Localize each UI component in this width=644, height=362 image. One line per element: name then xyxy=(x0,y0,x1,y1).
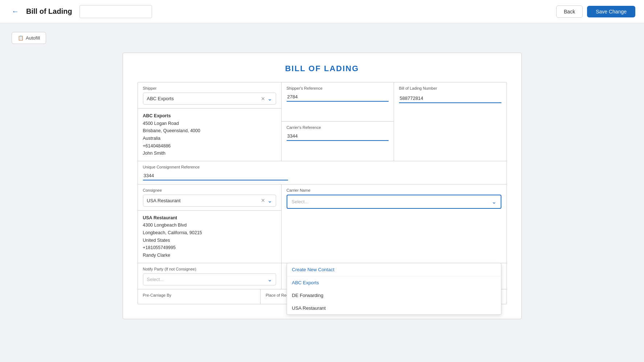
autofill-button[interactable]: 📋 Autofill xyxy=(12,32,46,44)
doc-title: BILL OF LADING xyxy=(138,64,507,73)
shipper-select[interactable]: ABC Exports ✕ ⌄ xyxy=(143,93,276,105)
consignee-select-text: USA Restaurant xyxy=(147,198,261,203)
shippers-ref-col: Shipper's Reference Carrier's Reference xyxy=(282,82,394,161)
consignee-addr-country: United States xyxy=(143,237,276,244)
pre-carriage-cell: Pre-Carriage By xyxy=(138,289,261,304)
save-button[interactable]: Save Change xyxy=(587,6,635,17)
carrier-name-column: Carrier Name Select... ⌄ Create New Cont… xyxy=(282,184,506,263)
notify-placeholder: Select... xyxy=(147,277,267,282)
dropdown-item-2[interactable]: USA Restaurant xyxy=(287,302,501,314)
dropdown-create-new[interactable]: Create New Contact xyxy=(287,263,501,276)
shipper-addr-name: ABC Exports xyxy=(143,113,171,118)
shippers-ref-label: Shipper's Reference xyxy=(287,86,389,90)
consignee-select[interactable]: USA Restaurant ✕ ⌄ xyxy=(143,195,276,207)
shipper-top: Shipper ABC Exports ✕ ⌄ xyxy=(138,82,281,109)
carriers-ref-label: Carrier's Reference xyxy=(287,125,389,130)
consignee-address: USA Restaurant 4300 Longbeach Blvd Longb… xyxy=(138,211,281,263)
notify-dropdown-icon[interactable]: ⌄ xyxy=(267,276,272,283)
consignee-dropdown-icon[interactable]: ⌄ xyxy=(267,197,272,204)
consignee-label: Consignee xyxy=(143,188,276,192)
consignee-addr-city: Longbeach, California, 90215 xyxy=(143,229,276,237)
ucr-input[interactable] xyxy=(143,171,288,180)
carriers-ref-cell: Carrier's Reference xyxy=(282,122,394,161)
shipper-dropdown-icon[interactable]: ⌄ xyxy=(267,95,272,102)
shipper-addr-city: Brisbane, Queensland, 4000 xyxy=(143,127,276,135)
consignee-top: Consignee USA Restaurant ✕ ⌄ xyxy=(138,184,281,211)
consignee-addr-contact: Randy Clarke xyxy=(143,252,276,259)
shipper-column: Shipper ABC Exports ✕ ⌄ ABC Exports 4500… xyxy=(138,82,282,161)
consignee-addr-phone: +181055749995 xyxy=(143,244,276,252)
bol-label: Bill of Lading Number xyxy=(399,86,501,90)
main-content: 📋 Autofill BILL OF LADING Shipper ABC Ex… xyxy=(0,23,644,328)
shipper-addr-country: Australia xyxy=(143,135,276,142)
back-arrow-icon[interactable]: ← xyxy=(9,5,22,18)
back-button[interactable]: Back xyxy=(556,5,583,18)
shipper-select-text: ABC Exports xyxy=(147,96,261,101)
header: ← Bill of Lading Back Save Change xyxy=(0,0,644,23)
autofill-label: Autofill xyxy=(26,35,40,41)
consignee-addr-name: USA Restaurant xyxy=(143,215,177,220)
header-search-input[interactable] xyxy=(79,5,152,18)
dropdown-item-1[interactable]: DE Forwarding xyxy=(287,289,501,302)
autofill-icon: 📋 xyxy=(18,35,24,41)
shipper-addr-phone: +6140484886 xyxy=(143,142,276,150)
form-grid: Shipper ABC Exports ✕ ⌄ ABC Exports 4500… xyxy=(138,82,507,304)
carriers-ref-input[interactable] xyxy=(287,132,389,141)
document-container: BILL OF LADING Shipper ABC Exports ✕ ⌄ xyxy=(123,53,522,319)
carrier-name-select[interactable]: Select... ⌄ xyxy=(287,195,501,209)
shippers-ref-cell: Shipper's Reference xyxy=(282,82,394,122)
shipper-label: Shipper xyxy=(143,86,276,90)
header-actions: Back Save Change xyxy=(556,5,635,18)
shipper-addr-contact: John Smith xyxy=(143,150,276,157)
carrier-dropdown-menu: Create New Contact ABC Exports DE Forwar… xyxy=(287,263,501,315)
consignee-addr-street: 4300 Longbeach Blvd xyxy=(143,221,276,229)
ucr-row: Unique Consignment Reference xyxy=(138,161,506,184)
bol-col: Bill of Lading Number xyxy=(394,82,506,161)
shipper-addr-street: 4500 Logan Road xyxy=(143,120,276,127)
page-title: Bill of Lading xyxy=(26,7,72,16)
notify-cell: Notify Party (If not Consignee) Select..… xyxy=(138,263,282,289)
pre-carriage-label: Pre-Carriage By xyxy=(143,293,255,297)
carrier-name-label: Carrier Name xyxy=(287,188,501,192)
shipper-clear-icon[interactable]: ✕ xyxy=(261,96,265,102)
dropdown-item-0[interactable]: ABC Exports xyxy=(287,276,501,289)
carrier-name-dropdown-icon[interactable]: ⌄ xyxy=(492,198,496,205)
bol-input[interactable] xyxy=(399,94,501,103)
consignee-carrier-row: Consignee USA Restaurant ✕ ⌄ USA Restaur… xyxy=(138,184,506,263)
shipper-address: ABC Exports 4500 Logan Road Brisbane, Qu… xyxy=(138,109,281,161)
consignee-clear-icon[interactable]: ✕ xyxy=(261,198,265,203)
ucr-label: Unique Consignment Reference xyxy=(143,165,501,169)
shipper-row: Shipper ABC Exports ✕ ⌄ ABC Exports 4500… xyxy=(138,82,506,161)
shippers-ref-input[interactable] xyxy=(287,93,389,102)
consignee-column: Consignee USA Restaurant ✕ ⌄ USA Restaur… xyxy=(138,184,282,263)
carrier-name-placeholder: Select... xyxy=(292,199,492,204)
notify-select[interactable]: Select... ⌄ xyxy=(143,273,276,285)
notify-label: Notify Party (If not Consignee) xyxy=(143,267,276,271)
